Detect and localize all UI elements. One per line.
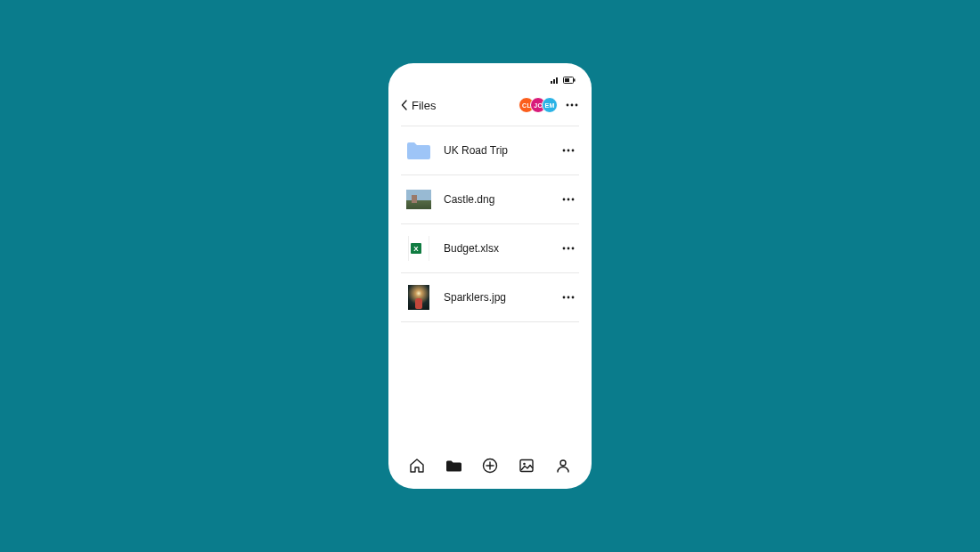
svg-rect-4 (574, 79, 576, 82)
item-more-button[interactable] (559, 239, 577, 257)
xlsx-badge: X (411, 243, 421, 254)
cellular-signal-icon (551, 77, 559, 84)
file-name: Castle.dng (431, 193, 559, 206)
file-list: UK Road Trip Castle.dng X Budget.xlsx (401, 126, 579, 322)
list-item[interactable]: X Budget.xlsx (401, 224, 579, 273)
nav-account-button[interactable] (551, 453, 576, 478)
file-name: Budget.xlsx (431, 242, 559, 255)
svg-point-17 (572, 248, 575, 250)
file-name: UK Road Trip (431, 144, 559, 157)
header-more-button[interactable] (565, 98, 579, 112)
svg-point-13 (568, 199, 570, 201)
shared-avatars[interactable]: CL JC EM (519, 97, 558, 113)
svg-point-12 (563, 199, 566, 201)
svg-point-23 (523, 463, 526, 466)
back-label: Files (412, 99, 436, 112)
svg-point-9 (563, 150, 566, 152)
item-more-button[interactable] (559, 191, 577, 208)
file-name: Sparklers.jpg (431, 291, 559, 304)
nav-add-button[interactable] (478, 453, 502, 478)
list-item[interactable]: UK Road Trip (401, 126, 579, 175)
plus-circle-icon (482, 458, 498, 474)
header-right: CL JC EM (519, 97, 579, 113)
svg-point-10 (568, 150, 570, 152)
nav-files-button[interactable] (441, 453, 466, 478)
back-button[interactable]: Files (401, 99, 436, 112)
svg-rect-2 (556, 77, 558, 84)
nav-home-button[interactable] (404, 453, 429, 478)
image-thumbnail (406, 187, 431, 212)
svg-point-6 (567, 104, 569, 107)
svg-rect-5 (565, 78, 569, 82)
svg-rect-0 (551, 81, 552, 84)
svg-point-11 (572, 150, 575, 152)
svg-point-14 (572, 199, 575, 201)
folder-icon (445, 459, 461, 473)
home-icon (409, 458, 425, 474)
image-thumbnail (406, 285, 431, 310)
header: Files CL JC EM (401, 93, 579, 126)
svg-point-15 (563, 248, 566, 250)
svg-point-7 (571, 104, 574, 107)
list-item[interactable]: Castle.dng (401, 175, 579, 224)
person-icon (555, 458, 571, 474)
list-item[interactable]: Sparklers.jpg (401, 273, 579, 322)
status-bar (401, 76, 579, 85)
item-more-button[interactable] (559, 142, 577, 159)
svg-point-20 (572, 296, 575, 299)
svg-point-18 (563, 296, 566, 299)
svg-rect-1 (553, 79, 555, 84)
chevron-left-icon (401, 100, 408, 110)
spreadsheet-icon: X (406, 236, 431, 261)
bottom-nav (401, 448, 579, 480)
avatar: EM (542, 97, 558, 113)
item-more-button[interactable] (559, 288, 577, 306)
svg-point-19 (568, 296, 570, 299)
photo-icon (519, 458, 535, 474)
svg-point-16 (568, 248, 570, 250)
nav-photos-button[interactable] (514, 453, 539, 478)
svg-point-24 (560, 460, 566, 466)
phone-frame: Files CL JC EM UK Road Trip (388, 63, 592, 489)
svg-point-8 (576, 104, 578, 107)
folder-icon (406, 138, 431, 163)
battery-icon (563, 77, 576, 84)
